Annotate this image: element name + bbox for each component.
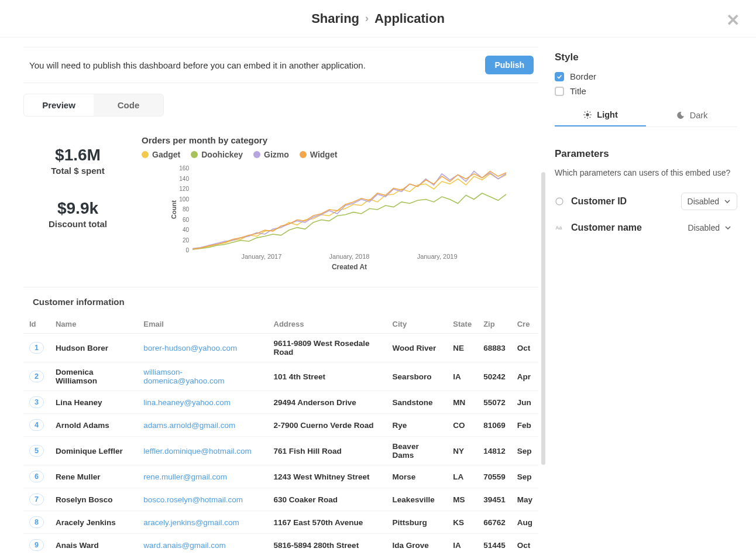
close-icon[interactable]: ✕ [726,11,740,30]
param-name: Customer ID [571,196,627,207]
moon-icon [676,111,685,120]
table-row[interactable]: 3Lina Heaneylina.heaney@yahoo.com29494 A… [23,391,538,414]
table-header[interactable]: Name [50,315,138,334]
table-row[interactable]: 8Aracely Jenkinsaracely.jenkins@gmail.co… [23,511,538,534]
svg-text:40: 40 [183,227,190,233]
param-select-customer-name[interactable]: Disabled [682,220,737,236]
legend-item[interactable]: Gadget [142,150,180,159]
style-title-row[interactable]: Title [555,86,737,96]
svg-text:0: 0 [185,247,189,253]
svg-text:140: 140 [179,176,189,182]
table-header[interactable]: State [447,315,477,334]
theme-dark[interactable]: Dark [646,104,737,126]
embed-preview: $1.6M Total $ spent $9.9k Discount total… [23,128,538,273]
table-title: Customer information [33,297,538,307]
table-row[interactable]: 6Rene Mullerrene.muller@gmail.com1243 We… [23,465,538,488]
checkbox-unchecked-icon[interactable] [555,87,564,96]
id-pill[interactable]: 8 [29,516,44,528]
chevron-down-icon [724,198,731,205]
table-header[interactable]: Id [23,315,50,334]
theme-dark-label: Dark [690,111,708,120]
theme-light[interactable]: Light [555,104,646,126]
tab-preview[interactable]: Preview [24,94,94,116]
chevron-down-icon [724,224,731,231]
svg-line-21 [585,117,585,118]
svg-text:60: 60 [183,217,190,223]
svg-text:100: 100 [179,196,189,203]
table-row[interactable]: 9Anais Wardward.anais@gmail.com5816-5894… [23,534,538,556]
id-pill[interactable]: 3 [29,396,44,408]
style-border-row[interactable]: Border [555,71,737,81]
metric-label: Total $ spent [28,166,128,176]
email-link[interactable]: borer-hudson@yahoo.com [143,344,237,352]
publish-notice: You will need to publish this dashboard … [23,47,538,83]
svg-text:January, 2019: January, 2019 [417,253,458,260]
table-row[interactable]: 1Hudson Borerborer-hudson@yahoo.com9611-… [23,334,538,362]
table-header[interactable]: Cre [511,315,538,334]
parameters-section-title: Parameters [555,148,737,160]
table-row[interactable]: 5Dominique Lefflerleffler.dominique@hotm… [23,437,538,465]
svg-line-20 [590,117,590,118]
metric-value: $9.9k [28,199,128,218]
legend-item[interactable]: Doohickey [191,150,243,159]
scrollbar-thumb[interactable] [541,172,545,465]
customer-table: IdNameEmailAddressCityStateZipCre 1Hudso… [23,315,538,555]
table-header[interactable]: City [387,315,448,334]
svg-text:Aa: Aa [555,225,562,231]
id-pill[interactable]: 1 [29,342,44,354]
checkbox-checked-icon[interactable] [555,72,564,81]
email-link[interactable]: aracely.jenkins@gmail.com [143,518,239,527]
svg-text:20: 20 [183,237,190,244]
legend-item[interactable]: Widget [300,150,338,159]
id-pill[interactable]: 4 [29,419,44,431]
table-header[interactable]: Zip [477,315,511,334]
style-section-title: Style [555,52,737,63]
email-link[interactable]: bosco.roselyn@hotmail.com [143,495,243,504]
id-pill[interactable]: 5 [29,445,44,457]
param-select-customer-id[interactable]: Disabled [681,193,737,210]
style-title-label: Title [570,86,586,96]
id-pill[interactable]: 7 [29,494,44,505]
param-select-value: Disabled [688,197,719,206]
param-row-customer-name: Aa Customer name Disabled [555,215,737,241]
param-name: Customer name [571,222,642,233]
email-link[interactable]: adams.arnold@gmail.com [143,421,235,430]
metric-total-spent: $1.6M Total $ spent [28,146,128,176]
svg-line-22 [590,112,590,112]
table-row[interactable]: 7Roselyn Boscobosco.roselyn@hotmail.com6… [23,488,538,511]
style-border-label: Border [570,71,596,81]
breadcrumb-application: Application [374,11,445,26]
table-row[interactable]: 4Arnold Adamsadams.arnold@gmail.com2-790… [23,414,538,437]
parameters-description: Which parameters can users of this embed… [555,168,737,177]
svg-text:January, 2017: January, 2017 [241,253,281,260]
sun-icon [583,110,592,119]
svg-text:120: 120 [179,186,189,192]
breadcrumb: Sharing › Application [311,11,445,26]
chevron-right-icon: › [365,12,369,25]
chart-title: Orders per month by category [142,135,538,145]
svg-text:Count: Count [170,200,177,219]
svg-text:January, 2018: January, 2018 [329,253,370,260]
breadcrumb-sharing[interactable]: Sharing [311,11,359,26]
svg-text:Created At: Created At [332,263,367,270]
email-link[interactable]: lina.heaney@yahoo.com [143,398,231,407]
text-icon: Aa [555,223,564,232]
id-pill[interactable]: 6 [29,471,44,482]
preview-code-tabs: Preview Code [23,94,164,117]
tab-code[interactable]: Code [94,94,163,116]
email-link[interactable]: rene.muller@gmail.com [143,472,227,481]
publish-notice-text: You will need to publish this dashboard … [29,60,366,70]
table-header[interactable]: Address [268,315,387,334]
svg-line-19 [585,112,585,112]
email-link[interactable]: leffler.dominique@hotmail.com [143,447,252,455]
table-header[interactable]: Email [138,315,267,334]
table-row[interactable]: 2Domenica Williamsonwilliamson-domenica@… [23,362,538,391]
email-link[interactable]: ward.anais@gmail.com [143,541,226,550]
theme-light-label: Light [597,110,617,119]
id-pill[interactable]: 9 [29,539,44,551]
theme-toggle: Light Dark [555,104,737,127]
email-link[interactable]: williamson-domenica@yahoo.com [143,368,224,385]
publish-button[interactable]: Publish [485,56,534,74]
legend-item[interactable]: Gizmo [253,150,289,159]
id-pill[interactable]: 2 [29,371,44,382]
